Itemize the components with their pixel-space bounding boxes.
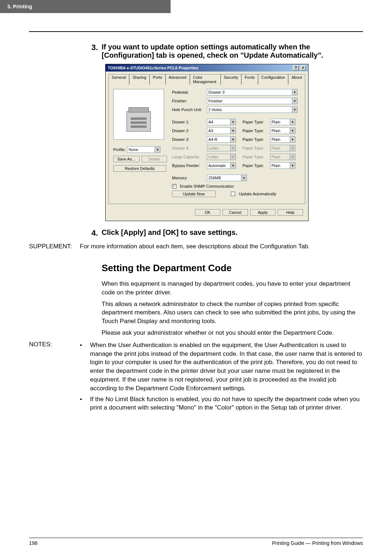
drawer-type-value: Plain (271, 163, 280, 168)
drawer-type-value: Plain (271, 146, 280, 150)
drawer-label: Drawer 1: (172, 120, 205, 124)
drawer-type-value: Plain (271, 120, 280, 124)
snmp-checkbox[interactable] (172, 184, 176, 188)
drawer-type-value: Plain (271, 129, 280, 133)
drawer-row: Large Capacity:Letter▼Paper Type:Plain▼ (172, 154, 301, 160)
chevron-down-icon: ▼ (290, 154, 295, 160)
note-item: •When the User Authentication is enabled… (80, 341, 363, 393)
svg-rect-2 (131, 118, 147, 120)
chevron-down-icon: ▼ (230, 119, 236, 125)
profile-value: None (128, 147, 138, 152)
ok-button[interactable]: OK (195, 209, 220, 216)
divider (29, 31, 363, 32)
drawer-size-value: Letter (208, 155, 219, 159)
profile-label: Profile: (113, 147, 126, 152)
pedestal-select[interactable]: Drawer 3▼ (207, 89, 298, 95)
drawer-row: Drawer 3:A4-R▼Paper Type:Plain▼ (172, 136, 301, 143)
drawer-type-select: Plain▼ (270, 145, 295, 151)
drawer-size-value: A4 (208, 120, 213, 124)
drawer-type-value: Plain (271, 155, 280, 159)
tab-advanced[interactable]: Advanced (166, 74, 190, 85)
papertype-label: Paper Type: (242, 137, 268, 142)
step-text: If you want to update option settings au… (102, 43, 363, 60)
save-as-button[interactable]: Save As... (113, 156, 139, 162)
notes-list: •When the User Authentication is enabled… (80, 341, 363, 414)
drawer-size-select[interactable]: A3▼ (207, 127, 236, 134)
apply-button[interactable]: Apply (250, 209, 275, 216)
drawer-size-select: Letter▼ (207, 154, 236, 160)
papertype-label: Paper Type: (242, 163, 268, 168)
chevron-down-icon: ▼ (241, 175, 246, 181)
tab-color-management[interactable]: Color Management (190, 74, 221, 85)
bullet-icon: • (80, 395, 90, 412)
note-text: If the No Limit Black function is enable… (90, 395, 363, 412)
footer-right: Printing Guide — Printing from Windows (272, 540, 363, 546)
note-text: When the User Authentication is enabled … (90, 341, 363, 393)
chevron-down-icon: ▼ (290, 137, 295, 142)
step-number: 4. (83, 228, 102, 238)
chevron-down-icon: ▼ (290, 119, 295, 125)
drawer-row: Bypass Feeder:Automatic▼Paper Type:Plain… (172, 162, 301, 169)
svg-rect-1 (129, 107, 149, 112)
drawer-size-select[interactable]: A4▼ (207, 119, 236, 125)
holepunch-label: Hole Punch Unit: (172, 107, 205, 112)
chevron-down-icon: ▼ (230, 154, 236, 160)
tab-configuration[interactable]: Configuration (258, 74, 288, 85)
chevron-down-icon: ▼ (230, 128, 236, 134)
drawer-type-select[interactable]: Plain▼ (270, 162, 295, 169)
chevron-down-icon: ▼ (292, 98, 297, 104)
chevron-down-icon: ▼ (155, 147, 160, 152)
drawer-label: Drawer 4: (172, 146, 205, 150)
drawer-row: Drawer 1:A4▼Paper Type:Plain▼ (172, 119, 301, 125)
dialog-titlebar: TOSHIBA e-STUDIO451cSeries PCL6 Properti… (106, 64, 308, 72)
help-button[interactable]: Help (278, 209, 303, 216)
profile-select[interactable]: None ▼ (127, 146, 160, 153)
finisher-select[interactable]: Finisher▼ (207, 98, 298, 104)
pedestal-label: Pedestal: (172, 90, 205, 94)
note-item: •If the No Limit Black function is enabl… (80, 395, 363, 412)
update-auto-label: Update Automatically (239, 192, 276, 196)
update-auto-checkbox[interactable] (231, 192, 235, 196)
drawer-type-select[interactable]: Plain▼ (270, 136, 295, 143)
chevron-down-icon: ▼ (230, 145, 236, 151)
close-icon[interactable]: × (300, 65, 306, 70)
chevron-down-icon: ▼ (290, 128, 295, 134)
tab-ports[interactable]: Ports (150, 74, 166, 85)
tab-about[interactable]: About (288, 74, 305, 85)
body-paragraph: When this equipment is managed by depart… (102, 280, 363, 297)
holepunch-select[interactable]: 2 Holes▼ (207, 106, 298, 113)
papertype-label: Paper Type: (242, 155, 268, 159)
tab-general[interactable]: General (109, 74, 129, 85)
drawer-type-select[interactable]: Plain▼ (270, 127, 295, 134)
tab-security[interactable]: Security (221, 74, 242, 85)
drawer-type-value: Plain (271, 137, 280, 142)
update-now-button[interactable]: Update Now (172, 191, 216, 197)
tab-fonts[interactable]: Fonts (241, 74, 258, 85)
papertype-label: Paper Type: (242, 146, 268, 150)
memory-select[interactable]: 256MB▼ (207, 175, 247, 181)
chevron-down-icon: ▼ (292, 107, 297, 113)
drawer-type-select[interactable]: Plain▼ (270, 119, 295, 125)
papertype-label: Paper Type: (242, 129, 268, 133)
delete-button: Delete (142, 156, 167, 162)
chevron-down-icon: ▼ (230, 137, 236, 142)
supplement: SUPPLEMENT: For more information about e… (29, 243, 363, 250)
help-icon[interactable]: ? (293, 65, 299, 70)
properties-dialog: TOSHIBA e-STUDIO451cSeries PCL6 Properti… (105, 64, 309, 221)
chevron-down-icon: ▼ (290, 145, 295, 151)
drawer-size-select[interactable]: Automatic▼ (207, 162, 236, 169)
restore-defaults-button[interactable]: Restore Defaults (113, 165, 166, 172)
printer-icon (119, 99, 159, 139)
section-heading: Setting the Department Code (102, 262, 363, 274)
step-4: 4. Click [Apply] and [OK] to save settin… (29, 228, 363, 238)
cancel-button[interactable]: Cancel (222, 209, 248, 216)
drawer-size-value: A4-R (208, 137, 217, 142)
tab-sharing[interactable]: Sharing (129, 74, 150, 85)
memory-value: 256MB (208, 176, 221, 180)
chevron-down-icon: ▼ (290, 163, 295, 168)
chapter-header: 3. Printing (0, 0, 171, 13)
pedestal-value: Drawer 3 (208, 90, 225, 94)
body-paragraph: Please ask your administrator whether or… (102, 329, 363, 337)
drawer-size-select[interactable]: A4-R▼ (207, 136, 236, 143)
step-number: 3. (83, 43, 102, 60)
